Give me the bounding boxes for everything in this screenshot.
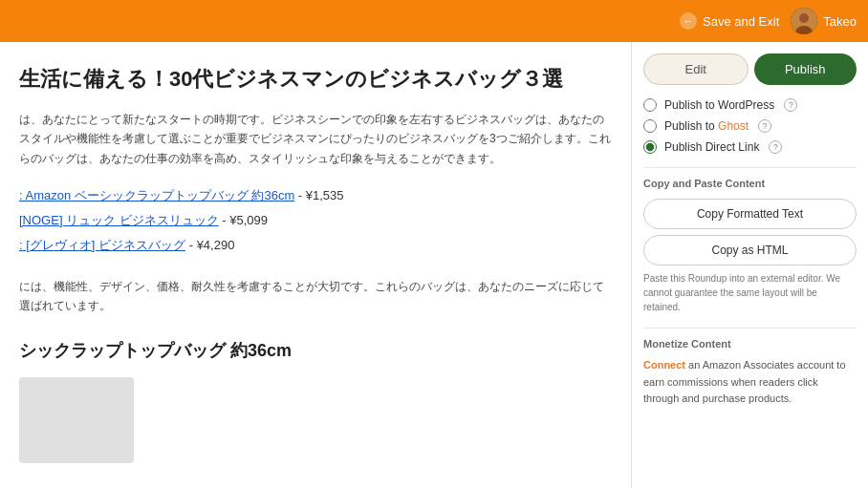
connect-link[interactable]: Connect — [643, 359, 685, 371]
copy-note: Paste this Roundup into an external edit… — [643, 271, 857, 314]
product-price-3: - ¥4,290 — [189, 238, 235, 252]
product-link-1[interactable]: : Amazon ベーシックラップトップバッグ 約36cm — [19, 188, 294, 202]
avatar — [791, 8, 817, 34]
ghost-radio-item[interactable]: Publish to Ghost ? — [643, 119, 857, 133]
copy-html-button[interactable]: Copy as HTML — [643, 235, 857, 265]
wordpress-label: Publish to WordPress — [664, 98, 774, 112]
article-intro: は、あなたにとって新たなスタートの時期です。ビジネスシーンでの印象を左右するビジ… — [19, 110, 612, 168]
content-area: 生活に備える！30代ビジネスマンのビジネスバッグ３選 は、あなたにとって新たなス… — [0, 42, 631, 488]
section-title-prefix: シックラップトップバッグ 約36cm — [19, 341, 292, 360]
monetize-text: Connect an Amazon Associates account to … — [643, 357, 857, 408]
svg-point-1 — [799, 13, 809, 23]
wordpress-radio-item[interactable]: Publish to WordPress ? — [643, 98, 857, 112]
top-bar: ← Save and Exit Takeo — [0, 0, 868, 42]
list-item: : [グレヴィオ] ビジネスバッグ - ¥4,290 — [19, 237, 612, 254]
product-price-1: - ¥1,535 — [298, 188, 344, 202]
user-badge[interactable]: Takeo — [791, 8, 857, 34]
username-label: Takeo — [823, 14, 857, 29]
product-link-2[interactable]: [NOGE] リュック ビジネスリュック — [19, 213, 219, 227]
product-section-title: シックラップトップバッグ 約36cm — [19, 339, 612, 362]
publish-tab-button[interactable]: Publish — [754, 53, 857, 85]
wordpress-radio[interactable] — [643, 98, 657, 112]
ghost-label: Publish to Ghost — [664, 119, 749, 133]
ghost-help-badge[interactable]: ? — [758, 119, 771, 133]
monetize-title: Monetize Content — [643, 338, 857, 350]
wordpress-help-badge[interactable]: ? — [784, 98, 797, 112]
product-list: : Amazon ベーシックラップトップバッグ 約36cm - ¥1,535 [… — [19, 187, 612, 254]
product-price-2: - ¥5,099 — [222, 213, 268, 227]
save-exit-button[interactable]: ← Save and Exit — [680, 12, 779, 30]
direct-radio-item[interactable]: Publish Direct Link ? — [643, 140, 857, 154]
save-exit-label: Save and Exit — [703, 14, 779, 29]
direct-help-badge[interactable]: ? — [769, 140, 782, 154]
tab-row: Edit Publish — [643, 53, 857, 85]
right-sidebar: Edit Publish Publish to WordPress ? Publ… — [631, 42, 868, 488]
divider-2 — [643, 328, 857, 329]
ghost-radio[interactable] — [643, 119, 657, 133]
article-body: には、機能性、デザイン、価格、耐久性を考慮することが大切です。これらのバッグは、… — [19, 277, 612, 316]
copy-section-title: Copy and Paste Content — [643, 178, 857, 189]
list-item: [NOGE] リュック ビジネスリュック - ¥5,099 — [19, 212, 612, 229]
edit-tab-button[interactable]: Edit — [643, 53, 749, 85]
article-title: 生活に備える！30代ビジネスマンのビジネスバッグ３選 — [19, 65, 612, 95]
direct-radio[interactable] — [643, 140, 657, 154]
back-arrow-icon: ← — [680, 12, 697, 30]
product-image — [19, 377, 134, 463]
direct-label: Publish Direct Link — [664, 140, 759, 154]
main-layout: 生活に備える！30代ビジネスマンのビジネスバッグ３選 は、あなたにとって新たなス… — [0, 42, 868, 488]
publish-radio-group: Publish to WordPress ? Publish to Ghost … — [643, 98, 857, 154]
divider-1 — [643, 167, 857, 168]
product-link-3[interactable]: : [グレヴィオ] ビジネスバッグ — [19, 238, 185, 252]
copy-formatted-button[interactable]: Copy Formatted Text — [643, 199, 857, 229]
list-item: : Amazon ベーシックラップトップバッグ 約36cm - ¥1,535 — [19, 187, 612, 204]
